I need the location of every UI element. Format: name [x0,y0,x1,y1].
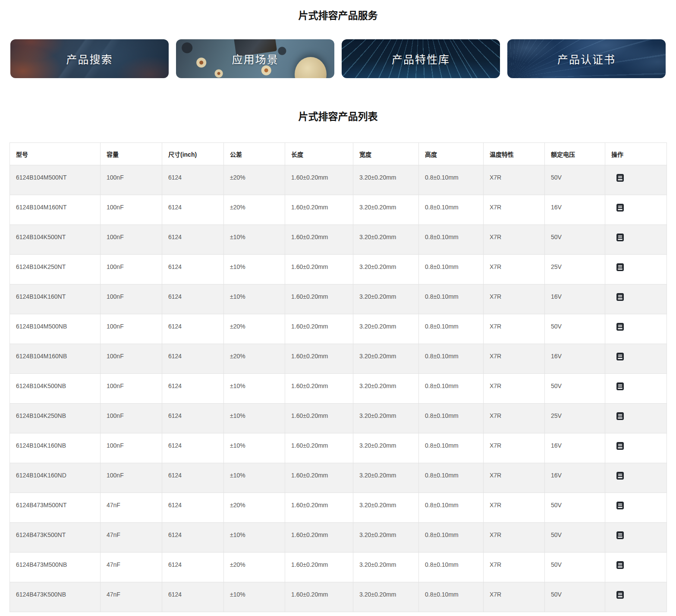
cell-temp: X7R [484,225,545,255]
cell-height: 0.8±0.10mm [419,582,484,612]
cell-action [605,225,667,255]
cell-length: 1.60±0.20mm [285,284,353,314]
cell-voltage: 50V [545,493,605,523]
cell-voltage: 50V [545,225,605,255]
cell-height: 0.8±0.10mm [419,165,484,195]
column-header-size: 尺寸(inch) [162,143,224,165]
document-icon[interactable] [616,174,624,182]
cell-size: 6124 [162,255,224,284]
document-icon[interactable] [616,234,624,241]
cell-temp: X7R [484,433,545,463]
cell-width: 3.20±0.20mm [353,493,419,523]
column-header-tolerance: 公差 [224,143,285,165]
cell-model: 6124B473K500NT [10,523,101,553]
cell-width: 3.20±0.20mm [353,195,419,225]
cell-capacity: 100nF [101,374,162,404]
cell-length: 1.60±0.20mm [285,225,353,255]
document-icon[interactable] [616,591,624,599]
cell-temp: X7R [484,493,545,523]
cell-size: 6124 [162,433,224,463]
cell-model: 6124B473M500NB [10,553,101,582]
cell-model: 6124B104K160NB [10,433,101,463]
cell-voltage: 50V [545,165,605,195]
card-application-scenarios[interactable]: 应用场景 [176,39,334,78]
cell-size: 6124 [162,344,224,374]
cell-temp: X7R [484,582,545,612]
cell-height: 0.8±0.10mm [419,404,484,433]
cell-capacity: 47nF [101,553,162,582]
cell-size: 6124 [162,493,224,523]
column-header-length: 长度 [285,143,353,165]
card-product-characteristics-library[interactable]: 产品特性库 [342,39,500,78]
cell-capacity: 100nF [101,195,162,225]
cell-size: 6124 [162,195,224,225]
cell-capacity: 100nF [101,314,162,344]
cell-length: 1.60±0.20mm [285,433,353,463]
cell-capacity: 100nF [101,463,162,493]
document-icon[interactable] [616,204,624,212]
table-row: 6124B104K160ND100nF6124±10%1.60±0.20mm3.… [10,463,667,493]
document-icon[interactable] [616,382,624,390]
cell-capacity: 100nF [101,225,162,255]
document-icon[interactable] [616,561,624,569]
document-icon[interactable] [616,502,624,509]
table-row: 6124B104K250NB100nF6124±10%1.60±0.20mm3.… [10,404,667,433]
cell-tolerance: ±10% [224,225,285,255]
cell-length: 1.60±0.20mm [285,493,353,523]
column-header-height: 高度 [419,143,484,165]
cell-voltage: 16V [545,195,605,225]
cell-model: 6124B104K500NT [10,225,101,255]
cell-tolerance: ±10% [224,523,285,553]
cell-temp: X7R [484,523,545,553]
cell-size: 6124 [162,225,224,255]
document-icon[interactable] [616,531,624,539]
cell-model: 6124B104M160NB [10,344,101,374]
cell-length: 1.60±0.20mm [285,582,353,612]
cell-tolerance: ±20% [224,493,285,523]
cell-model: 6124B104K500NB [10,374,101,404]
document-icon[interactable] [616,263,624,271]
cell-capacity: 100nF [101,255,162,284]
cell-length: 1.60±0.20mm [285,463,353,493]
cell-model: 6124B104M500NT [10,165,101,195]
cell-action [605,433,667,463]
cell-action [605,463,667,493]
cell-model: 6124B104K250NT [10,255,101,284]
column-header-width: 宽度 [353,143,419,165]
document-icon[interactable] [616,353,624,360]
cell-length: 1.60±0.20mm [285,374,353,404]
cell-length: 1.60±0.20mm [285,314,353,344]
cell-size: 6124 [162,314,224,344]
cell-tolerance: ±10% [224,463,285,493]
document-icon[interactable] [616,323,624,331]
cell-voltage: 50V [545,374,605,404]
table-row: 6124B104M500NT100nF6124±20%1.60±0.20mm3.… [10,165,667,195]
card-product-certificates[interactable]: 产品认证书 [507,39,666,78]
cell-temp: X7R [484,463,545,493]
document-icon[interactable] [616,442,624,450]
product-table-body: 6124B104M500NT100nF6124±20%1.60±0.20mm3.… [10,165,667,612]
cell-height: 0.8±0.10mm [419,463,484,493]
cell-width: 3.20±0.20mm [353,582,419,612]
cell-size: 6124 [162,553,224,582]
document-icon[interactable] [616,472,624,480]
cell-width: 3.20±0.20mm [353,314,419,344]
cell-size: 6124 [162,165,224,195]
cell-model: 6124B104M160NT [10,195,101,225]
table-row: 6124B104K160NT100nF6124±10%1.60±0.20mm3.… [10,284,667,314]
cell-action [605,284,667,314]
cell-voltage: 16V [545,284,605,314]
cell-width: 3.20±0.20mm [353,433,419,463]
card-product-search[interactable]: 产品搜索 [10,39,169,78]
cell-width: 3.20±0.20mm [353,284,419,314]
cell-width: 3.20±0.20mm [353,523,419,553]
cell-length: 1.60±0.20mm [285,523,353,553]
document-icon[interactable] [616,412,624,420]
cell-size: 6124 [162,284,224,314]
cell-length: 1.60±0.20mm [285,195,353,225]
document-icon[interactable] [616,293,624,301]
cell-temp: X7R [484,195,545,225]
card-product-certificates-label: 产品认证书 [557,51,616,66]
cell-width: 3.20±0.20mm [353,553,419,582]
cell-voltage: 50V [545,582,605,612]
